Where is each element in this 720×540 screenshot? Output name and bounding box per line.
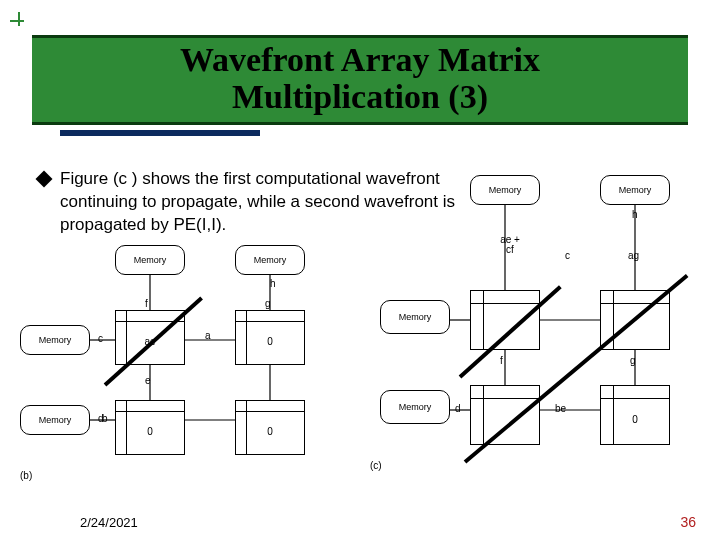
- edge-label: be: [555, 403, 566, 414]
- pe-value: 0: [601, 414, 669, 425]
- pe-cell: [470, 290, 540, 350]
- bullet-diamond-icon: [36, 171, 53, 188]
- memory-box: Memory: [600, 175, 670, 205]
- edge-label: ae + cf: [495, 235, 525, 255]
- memory-box: Memory: [380, 300, 450, 334]
- memory-box: Memory: [115, 245, 185, 275]
- slide-corner-mark: [8, 8, 28, 28]
- connectors-b: [20, 245, 360, 485]
- figure-caption: (c): [370, 460, 382, 471]
- title-underline: [60, 130, 260, 136]
- title-line-2: Multiplication (3): [232, 78, 488, 115]
- pe-value: 0: [236, 336, 304, 347]
- edge-label: a: [205, 330, 211, 341]
- edge-label: c: [98, 333, 103, 344]
- pe-cell: 0: [235, 310, 305, 365]
- edge-label: d: [455, 403, 461, 414]
- edge-label: b: [102, 413, 108, 424]
- slide-title: Wavefront Array Matrix Multiplication (3…: [180, 41, 540, 116]
- edge-label: e: [145, 375, 151, 386]
- title-line-1: Wavefront Array Matrix: [180, 41, 540, 78]
- pe-value: 0: [236, 426, 304, 437]
- memory-box: Memory: [20, 405, 90, 435]
- memory-box: Memory: [470, 175, 540, 205]
- memory-box: Memory: [20, 325, 90, 355]
- edge-label: h: [270, 278, 276, 289]
- pe-cell: 0: [235, 400, 305, 455]
- pe-value: 0: [116, 426, 184, 437]
- footer-page-number: 36: [680, 514, 696, 530]
- edge-label: f: [145, 298, 148, 309]
- edge-label: ag: [628, 250, 639, 261]
- pe-cell: [470, 385, 540, 445]
- figures-area: Memory Memory h Memory Memory c d ae 0 0…: [20, 245, 700, 495]
- edge-label: c: [565, 250, 570, 261]
- pe-cell: 0: [115, 400, 185, 455]
- footer-date: 2/24/2021: [80, 515, 138, 530]
- bullet-item: Figure (c ) shows the first computationa…: [38, 168, 458, 237]
- edge-label: h: [632, 209, 638, 220]
- figure-caption: (b): [20, 470, 32, 481]
- bullet-text: Figure (c ) shows the first computationa…: [60, 168, 458, 237]
- title-band: Wavefront Array Matrix Multiplication (3…: [32, 35, 688, 125]
- memory-box: Memory: [380, 390, 450, 424]
- edge-label: f: [500, 355, 503, 366]
- memory-box: Memory: [235, 245, 305, 275]
- pe-cell: 0: [600, 385, 670, 445]
- edge-label: g: [630, 355, 636, 366]
- edge-label: g: [265, 298, 271, 309]
